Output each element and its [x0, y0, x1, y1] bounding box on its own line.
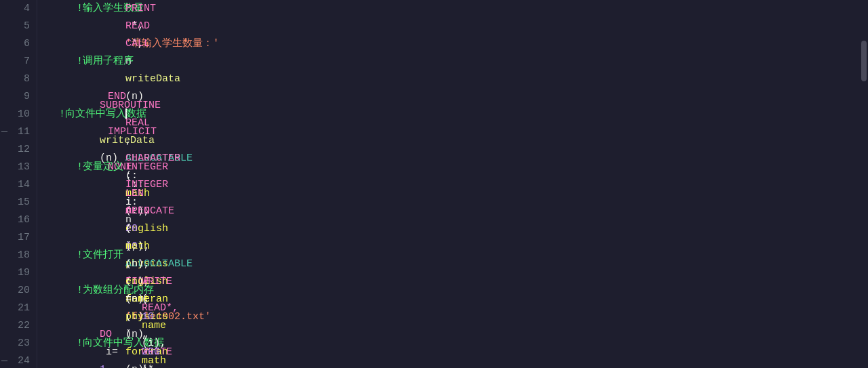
line-num-15: 15	[0, 194, 37, 211]
line-num-22: 22	[0, 317, 37, 335]
line-num-14: 14	[0, 176, 37, 194]
line-num-20: 20	[0, 282, 37, 300]
line-numbers: 4 5 6 7 8 9 10 11 12 13 14 15 16 17 18 1…	[0, 0, 37, 368]
line-num-9: 9	[0, 88, 37, 106]
line-num-16: 16	[0, 211, 37, 229]
line-num-23: 23	[0, 335, 37, 352]
line-num-13: 13	[0, 159, 37, 176]
scrollbar[interactable]	[860, 0, 868, 368]
line-num-17: 17	[0, 229, 37, 247]
code-line-8: CALL writeData (n)	[44, 70, 860, 88]
line-num-18: 18	[0, 247, 37, 264]
code-area[interactable]: !输入学生数量 PRINT *, '请输入学生数量：' READ *, n !调…	[37, 0, 860, 368]
line-num-11: 11	[0, 123, 37, 141]
line-num-10: 10	[0, 106, 37, 123]
scrollbar-thumb[interactable]	[861, 41, 867, 81]
line-num-5: 5	[0, 18, 37, 35]
editor: 4 5 6 7 8 9 10 11 12 13 14 15 16 17 18 1…	[0, 0, 868, 368]
line-num-21: 21	[0, 300, 37, 317]
line-num-4: 4	[0, 0, 37, 18]
line-num-19: 19	[0, 264, 37, 282]
line-num-12: 12	[0, 141, 37, 159]
line-num-24: 24	[0, 352, 37, 368]
line-num-8: 8	[0, 70, 37, 88]
line-num-6: 6	[0, 35, 37, 53]
line-num-7: 7	[0, 53, 37, 70]
